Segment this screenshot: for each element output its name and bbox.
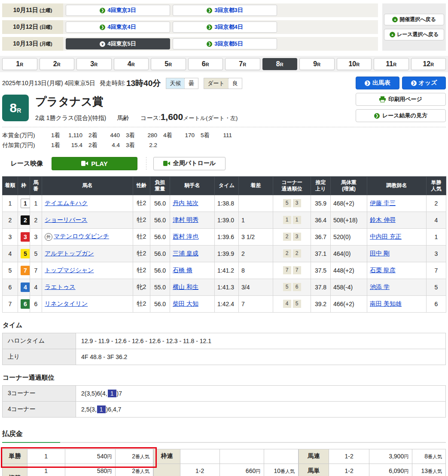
jockey-link[interactable]: 西村 淳也 bbox=[173, 233, 198, 240]
race-tab-2r[interactable]: 2R bbox=[40, 58, 75, 70]
chevron-right-icon: ❯ bbox=[365, 80, 370, 86]
result-row: 455アルデトップガン牡256.0三浦 皇成1:39.922237.1464(0… bbox=[3, 245, 446, 262]
jockey-link[interactable]: 柴田 大知 bbox=[173, 300, 198, 307]
calendar-buttons: ❯4回東京4日❯3回京都4日 bbox=[63, 20, 277, 34]
sex-age: 牡2 bbox=[133, 245, 150, 262]
print-button[interactable]: 印刷用ページ bbox=[356, 93, 446, 106]
trainer-link[interactable]: 中内田 充正 bbox=[370, 233, 402, 240]
results-col-header: 単勝 人気 bbox=[427, 176, 446, 195]
results-table: 着順枠馬番馬名性齢負担 重量騎手名タイム着差コーナー 通過順位推定 上り馬体重 … bbox=[2, 176, 446, 313]
back-to-race-select-button[interactable]: ▴レース選択へ戻る bbox=[384, 29, 444, 40]
result-guide-label: レース結果の見方 bbox=[382, 112, 427, 120]
race-tab-3r[interactable]: 3R bbox=[76, 58, 112, 70]
trainer-link[interactable]: 池添 学 bbox=[370, 283, 390, 290]
horse-name-link[interactable]: トップマジシャン bbox=[45, 267, 94, 273]
horse-name-link[interactable]: ショーリバース bbox=[45, 216, 88, 223]
bet-type: 単勝 bbox=[3, 449, 27, 464]
highlighted-horse-number: 1 bbox=[108, 390, 116, 397]
meeting-button[interactable]: ❯3回京都5日 bbox=[173, 38, 277, 49]
play-button[interactable]: PLAY bbox=[52, 157, 137, 170]
finish-time: 1:38.8 bbox=[215, 195, 239, 212]
race-tab-12r[interactable]: 12R bbox=[411, 58, 446, 70]
horse-name-cell: アルデトップガン bbox=[42, 245, 133, 262]
combination bbox=[180, 449, 219, 464]
patrol-video-button[interactable]: 全周パトロール bbox=[153, 157, 226, 170]
race-tab-8r[interactable]: 8R bbox=[262, 58, 298, 70]
horse-number: 3 bbox=[30, 228, 42, 245]
jockey-link[interactable]: 石橋 脩 bbox=[173, 267, 192, 273]
corner-pos-badge: 5 bbox=[283, 199, 291, 207]
meeting-button[interactable]: ❯4回東京3日 bbox=[66, 5, 170, 16]
finish-position: 6 bbox=[3, 279, 18, 295]
meeting-button[interactable]: ❯3回京都3日 bbox=[173, 5, 277, 16]
horse-name-link[interactable]: ラエトゥス bbox=[45, 283, 76, 290]
finish-time: 1:41.2 bbox=[215, 262, 239, 279]
horse-name-link[interactable]: マテンロウダビンチ bbox=[54, 233, 109, 240]
payout-heading-label: 払戻金 bbox=[2, 430, 23, 437]
finish-position: 2 bbox=[3, 212, 18, 228]
jockey-link[interactable]: 三浦 皇成 bbox=[173, 250, 198, 257]
jockey-link[interactable]: 丹内 祐次 bbox=[173, 200, 198, 206]
race-tab-1r[interactable]: 1R bbox=[2, 58, 37, 70]
finish-position: 3 bbox=[3, 228, 18, 245]
race-tab-5r[interactable]: 5R bbox=[151, 58, 186, 70]
prize-place: 3着 bbox=[126, 142, 135, 148]
back-to-meeting-select-button[interactable]: ▴開催選択へ戻る bbox=[384, 14, 444, 25]
race-tab-6r[interactable]: 6R bbox=[188, 58, 223, 70]
horse-name-link[interactable]: アルデトップガン bbox=[45, 250, 94, 257]
race-tab-suffix: R bbox=[168, 62, 172, 67]
corner-pos-badge: 7 bbox=[283, 266, 291, 274]
unit-suffix: 番人気 bbox=[135, 454, 149, 459]
frame-number-cell: 2 bbox=[18, 212, 30, 228]
odds-button[interactable]: ❯ オッズ bbox=[402, 77, 446, 89]
track-label: ダート bbox=[204, 78, 228, 89]
result-guide-button[interactable]: ❯ レース結果の見方 bbox=[356, 109, 446, 122]
race-tab-4r[interactable]: 4R bbox=[114, 58, 149, 70]
race-tab-10r[interactable]: 10R bbox=[337, 58, 372, 70]
trainer-cell: 鈴木 伸尋 bbox=[367, 212, 427, 228]
results-col-header: 馬名 bbox=[42, 176, 133, 195]
race-tab-suffix: R bbox=[94, 62, 98, 67]
track-chip: ダート 良 bbox=[204, 78, 242, 89]
payout-row: 馬単1-26,090円13番人気 bbox=[299, 464, 446, 476]
unit-suffix: 番人気 bbox=[135, 469, 149, 474]
jockey-cell: 西村 淳也 bbox=[170, 228, 215, 245]
trainer-link[interactable]: 伊藤 圭三 bbox=[370, 200, 396, 206]
horse-name-link[interactable]: テイエムキハク bbox=[45, 200, 88, 206]
trainer-link[interactable]: 鈴木 伸尋 bbox=[370, 216, 396, 223]
entries-button[interactable]: ❯ 出馬表 bbox=[356, 77, 399, 89]
corner-pos-badge: 1 bbox=[283, 216, 291, 224]
payout-table-right: 馬連1-23,900円8番人気馬単1-26,090円13番人気3連複1-2-38… bbox=[299, 449, 446, 476]
horse-weight: 448(+2) bbox=[331, 262, 367, 279]
chevron-right-icon: ❯ bbox=[207, 8, 212, 13]
unit-suffix: 円 bbox=[107, 469, 112, 474]
jockey-link[interactable]: 横山 和生 bbox=[173, 283, 198, 290]
info-label: ハロンタイム bbox=[3, 333, 76, 349]
race-tab-11r[interactable]: 11R bbox=[374, 58, 409, 70]
meeting-button[interactable]: ▾4回東京5日 bbox=[66, 38, 170, 49]
corner-pos-badge: 2 bbox=[293, 249, 301, 258]
horse-weight: 466(+2) bbox=[331, 295, 367, 312]
prize-amount: 1,110 bbox=[60, 130, 82, 141]
results-col-header: 馬番 bbox=[30, 176, 42, 195]
trainer-link[interactable]: 南田 美知雄 bbox=[370, 300, 402, 307]
meeting-button[interactable]: ❯3回京都4日 bbox=[173, 21, 277, 33]
race-tab-9r[interactable]: 9R bbox=[299, 58, 335, 70]
video-camera-icon bbox=[81, 161, 88, 166]
corner-pos-badge: 7 bbox=[293, 266, 301, 274]
calendar-rows: 10月11日(土曜)❯4回東京3日❯3回京都3日10月12日(日曜)❯4回東京4… bbox=[2, 3, 378, 51]
meeting-button[interactable]: ❯4回東京4日 bbox=[66, 21, 170, 33]
horse-name-link[interactable]: リネンタイリン bbox=[45, 300, 88, 307]
prize-label: 付加賞(万円) bbox=[2, 140, 45, 150]
corner-positions: 56 bbox=[273, 279, 311, 295]
results-col-header: 着順 bbox=[3, 176, 18, 195]
play-button-label: PLAY bbox=[91, 160, 108, 167]
payout-heading: 払戻金 bbox=[2, 430, 446, 443]
trainer-link[interactable]: 田中 剛 bbox=[370, 250, 390, 257]
jockey-link[interactable]: 津村 明秀 bbox=[173, 216, 198, 223]
prize-place: 5着 bbox=[201, 132, 210, 138]
trainer-link[interactable]: 石栗 龍彦 bbox=[370, 267, 396, 273]
race-tab-7r[interactable]: 7R bbox=[225, 58, 260, 70]
meeting-button-label: 4回東京5日 bbox=[107, 40, 136, 48]
bet-type: 馬連 bbox=[299, 449, 329, 464]
